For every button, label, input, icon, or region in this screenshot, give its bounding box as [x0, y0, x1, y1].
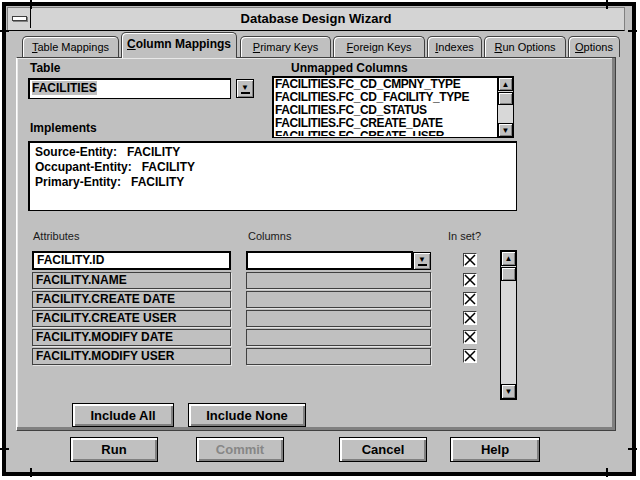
attributes-label: Attributes — [33, 230, 79, 242]
tab-options[interactable]: OptionsOptions — [568, 36, 620, 57]
window-title: Database Design Wizard — [8, 8, 624, 28]
frame-tick — [0, 448, 9, 450]
database-design-wizard-window: Database Design Wizard TTable Mappingsab… — [0, 0, 640, 480]
attribute-cell[interactable]: FACILITY.MODIFY USER — [32, 348, 231, 365]
frame-tick — [606, 0, 608, 9]
column-cell[interactable] — [246, 329, 431, 346]
tab-table-mappings[interactable]: TTable Mappingsable Mappings — [22, 36, 119, 57]
frame-tick — [0, 30, 9, 32]
implements-line: Source-Entity: FACILITY — [35, 145, 510, 160]
unmapped-columns-listbox[interactable]: FACILITIES.FC_CD_CMPNY_TYPE FACILITIES.F… — [272, 76, 514, 138]
checkbox-x-icon — [464, 350, 476, 362]
column-cell[interactable] — [246, 348, 431, 365]
column-combobox[interactable] — [246, 251, 413, 270]
checkbox-x-icon — [464, 254, 476, 266]
column-cell[interactable] — [246, 272, 431, 289]
tab-run-options[interactable]: Run OptionsRun Options — [484, 36, 566, 57]
scroll-down-icon[interactable]: ▼ — [501, 384, 516, 399]
scroll-up-icon[interactable]: ▲ — [501, 251, 516, 266]
checkbox-x-icon — [464, 312, 476, 324]
table-combobox-drop-button[interactable]: ▼ — [236, 79, 254, 98]
checkbox-x-icon — [464, 293, 476, 305]
cancel-button[interactable]: Cancel — [339, 437, 427, 462]
implements-box: Source-Entity: FACILITY Occupant-Entity:… — [28, 141, 517, 211]
scrollbar-thumb[interactable] — [501, 267, 516, 281]
commit-button[interactable]: Commit — [196, 437, 284, 462]
help-button[interactable]: Help — [450, 437, 540, 462]
dropdown-arrow-icon: ▼ — [418, 256, 426, 263]
frame-tick — [628, 448, 637, 450]
implements-line: Occupant-Entity: FACILITY — [35, 160, 510, 175]
table-combobox-value: FACILITIES — [32, 81, 97, 95]
inset-checkbox[interactable] — [463, 253, 477, 267]
table-combobox-field[interactable]: FACILITIES — [28, 78, 231, 99]
attribute-cell[interactable]: FACILITY.NAME — [32, 272, 231, 289]
list-item[interactable]: FACILITIES.FC_CREATE_USER — [275, 130, 496, 136]
inset-checkbox[interactable] — [463, 311, 477, 325]
inset-checkbox[interactable] — [463, 292, 477, 306]
tab-foreign-keys[interactable]: Foreign KeysForeign Keys — [333, 36, 425, 57]
scroll-up-icon[interactable]: ▲ — [498, 77, 513, 91]
scroll-down-icon[interactable]: ▼ — [498, 123, 513, 137]
scrollbar-thumb[interactable] — [498, 92, 513, 105]
column-combobox-drop-button[interactable]: ▼ — [413, 252, 431, 270]
inset-checkbox[interactable] — [463, 349, 477, 363]
implements-label: Implements — [30, 121, 97, 135]
column-cell[interactable] — [246, 291, 431, 308]
inset-checkbox[interactable] — [463, 273, 477, 287]
tab-primary-keys[interactable]: Primary KeysPrimary Keys — [240, 36, 331, 57]
include-none-button[interactable]: Include None — [188, 403, 306, 427]
inset-checkbox[interactable] — [463, 330, 477, 344]
column-mappings-panel: Table FACILITIES ▼ Unmapped Columns FACI… — [16, 57, 616, 431]
columns-label: Columns — [248, 230, 291, 242]
unmapped-columns-label: Unmapped Columns — [291, 61, 408, 75]
frame-tick — [30, 0, 32, 9]
tab-column-mappings[interactable]: Column MappingsColumn Mappings — [121, 32, 237, 58]
grid-scrollbar[interactable]: ▲ ▼ — [500, 250, 517, 400]
tab-strip: TTable Mappingsable Mappings Column Mapp… — [16, 32, 622, 58]
window-frame: Database Design Wizard TTable Mappingsab… — [2, 2, 636, 476]
attribute-cell[interactable]: FACILITY.CREATE USER — [32, 310, 231, 327]
dropdown-bar-icon — [418, 264, 427, 266]
table-label: Table — [30, 61, 60, 75]
frame-tick — [628, 30, 637, 32]
in-set-label: In set? — [448, 230, 481, 242]
dropdown-arrow-icon: ▼ — [241, 84, 249, 91]
unmapped-columns-scrollbar[interactable]: ▲ ▼ — [497, 77, 513, 137]
dropdown-bar-icon — [241, 92, 250, 94]
title-bar: Database Design Wizard — [7, 7, 625, 31]
attribute-cell[interactable]: FACILITY.CREATE DATE — [32, 291, 231, 308]
include-all-button[interactable]: Include All — [72, 403, 174, 427]
frame-tick — [30, 468, 32, 477]
attribute-cell[interactable]: FACILITY.MODIFY DATE — [32, 329, 231, 346]
run-button[interactable]: Run — [70, 437, 158, 462]
checkbox-x-icon — [464, 274, 476, 286]
implements-line: Primary-Entity: FACILITY — [35, 175, 510, 190]
checkbox-x-icon — [464, 331, 476, 343]
tab-indexes[interactable]: IndexesIndexes — [427, 36, 482, 57]
frame-tick — [606, 468, 608, 477]
attribute-cell[interactable]: FACILITY.ID — [32, 251, 231, 270]
column-cell[interactable] — [246, 310, 431, 327]
